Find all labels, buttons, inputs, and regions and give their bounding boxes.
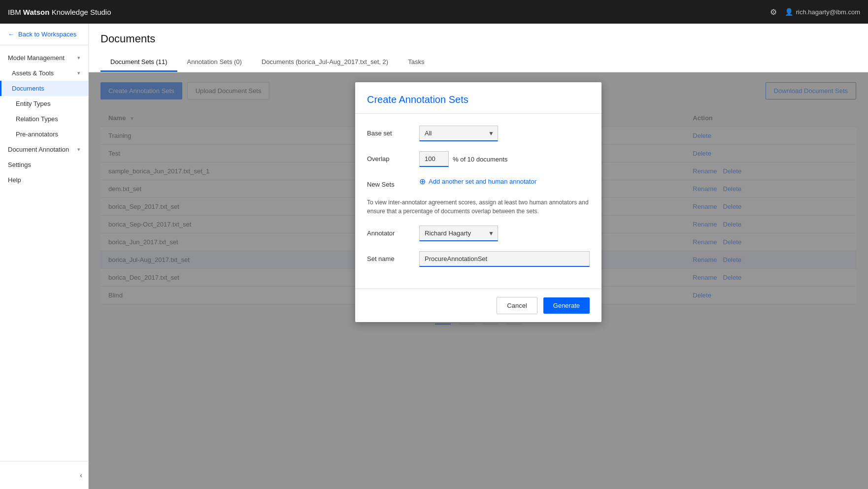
top-navigation: IBM Watson Knowledge Studio ⚙ 👤 rich.hag… <box>0 0 868 24</box>
sidebar-help-label: Help <box>8 176 21 184</box>
tab-document-sets[interactable]: Document Sets (11) <box>100 53 177 72</box>
modal-body: Base set All ▼ <box>355 114 601 289</box>
set-name-label: Set name <box>367 251 411 262</box>
sidebar-item-relation-types[interactable]: Relation Types <box>0 111 88 127</box>
add-circle-icon: ⊕ <box>419 177 426 186</box>
main-content: Documents Document Sets (11) Annotation … <box>89 24 868 489</box>
modal-footer: Cancel Generate <box>355 289 601 322</box>
gear-icon[interactable]: ⚙ <box>770 7 777 17</box>
base-set-select-wrapper: All ▼ <box>419 126 498 141</box>
annotator-control: Richard Hagarty ▼ <box>419 226 590 241</box>
main-header: Documents Document Sets (11) Annotation … <box>89 24 868 72</box>
model-management-section: Model Management ▾ Assets & Tools ▾ Docu… <box>0 45 88 193</box>
user-info[interactable]: 👤 rich.hagarty@ibm.com <box>785 8 860 16</box>
sidebar-document-annotation-label: Document Annotation <box>8 146 69 153</box>
back-arrow-icon: ← <box>8 31 14 38</box>
modal-header: Create Annotation Sets <box>355 82 601 114</box>
brand-watson: Watson <box>23 8 50 16</box>
brand-ibm: IBM <box>8 8 21 16</box>
app-brand: IBM Watson Knowledge Studio <box>8 8 111 16</box>
sidebar-entity-types-label: Entity Types <box>16 100 51 107</box>
modal-title: Create Annotation Sets <box>367 94 590 105</box>
sidebar-item-assets-tools[interactable]: Assets & Tools ▾ <box>0 65 88 81</box>
set-name-input[interactable] <box>419 251 590 267</box>
generate-button[interactable]: Generate <box>543 297 590 314</box>
brand-area: IBM Watson Knowledge Studio <box>8 8 111 16</box>
main-layout: ← Back to Workspaces Model Management ▾ … <box>0 24 868 489</box>
sidebar-assets-tools-label: Assets & Tools <box>12 69 54 77</box>
sidebar-item-pre-annotators[interactable]: Pre-annotators <box>0 127 88 142</box>
tab-bar: Document Sets (11) Annotation Sets (0) D… <box>100 53 856 72</box>
user-email: rich.hagarty@ibm.com <box>796 8 860 16</box>
new-sets-control: ⊕ Add another set and human annotator <box>419 177 590 186</box>
sidebar-pre-annotators-label: Pre-annotators <box>16 130 58 138</box>
overlap-suffix: % of 10 documents <box>453 156 507 163</box>
sidebar-bottom: ‹ <box>0 461 88 489</box>
add-set-link[interactable]: ⊕ Add another set and human annotator <box>419 177 590 186</box>
annotator-select-wrapper: Richard Hagarty ▼ <box>419 226 498 241</box>
base-set-control: All ▼ <box>419 126 590 141</box>
chevron-down-icon-da: ▾ <box>77 146 80 153</box>
annotator-label: Annotator <box>367 226 411 237</box>
tab-tasks[interactable]: Tasks <box>398 53 434 72</box>
sidebar-relation-types-label: Relation Types <box>16 115 58 123</box>
sidebar-item-documents[interactable]: Documents <box>0 81 88 96</box>
chevron-down-icon-assets: ▾ <box>77 70 80 76</box>
modal-overlay: Create Annotation Sets Base set All <box>89 72 868 489</box>
overlap-label: Overlap <box>367 151 411 163</box>
sidebar-model-management-label: Model Management <box>8 54 65 62</box>
tab-documents[interactable]: Documents (borica_Jul-Aug_2017.txt_set, … <box>252 53 398 72</box>
back-label: Back to Workspaces <box>18 31 76 38</box>
back-to-workspaces-link[interactable]: ← Back to Workspaces <box>0 24 88 45</box>
sidebar-documents-label: Documents <box>12 85 44 92</box>
cancel-button[interactable]: Cancel <box>497 297 537 314</box>
sidebar-settings-label: Settings <box>8 161 31 168</box>
overlap-control: % of 10 documents <box>419 151 590 167</box>
page-title: Documents <box>100 33 856 45</box>
base-set-select[interactable]: All <box>419 126 498 141</box>
create-annotation-sets-modal: Create Annotation Sets Base set All <box>355 82 601 322</box>
content-area: Create Annotation Sets Upload Document S… <box>89 72 868 489</box>
sidebar-collapse-button[interactable]: ‹ <box>0 466 88 484</box>
info-text: To view inter-annotator agreement scores… <box>367 198 590 216</box>
base-set-label: Base set <box>367 126 411 137</box>
annotator-row: Annotator Richard Hagarty ▼ <box>367 226 590 241</box>
user-icon: 👤 <box>785 8 793 16</box>
new-sets-row: New Sets ⊕ Add another set and human ann… <box>367 177 590 188</box>
top-nav-right: ⚙ 👤 rich.hagarty@ibm.com <box>770 7 860 17</box>
overlap-row: Overlap % of 10 documents <box>367 151 590 167</box>
add-set-link-label: Add another set and human annotator <box>429 178 536 185</box>
new-sets-label: New Sets <box>367 177 411 188</box>
set-name-row: Set name <box>367 251 590 267</box>
sidebar-item-document-annotation[interactable]: Document Annotation ▾ <box>0 142 88 157</box>
chevron-down-icon: ▾ <box>77 55 80 61</box>
collapse-icon: ‹ <box>80 471 82 479</box>
base-set-row: Base set All ▼ <box>367 126 590 141</box>
tab-annotation-sets[interactable]: Annotation Sets (0) <box>177 53 252 72</box>
brand-studio: Knowledge Studio <box>52 8 111 16</box>
sidebar-item-settings[interactable]: Settings <box>0 157 88 172</box>
sidebar-item-model-management[interactable]: Model Management ▾ <box>0 50 88 65</box>
set-name-control <box>419 251 590 267</box>
overlap-input[interactable] <box>419 151 449 167</box>
sidebar-item-help[interactable]: Help <box>0 172 88 188</box>
sidebar-item-entity-types[interactable]: Entity Types <box>0 96 88 111</box>
sidebar: ← Back to Workspaces Model Management ▾ … <box>0 24 89 489</box>
annotator-select[interactable]: Richard Hagarty <box>419 226 498 241</box>
